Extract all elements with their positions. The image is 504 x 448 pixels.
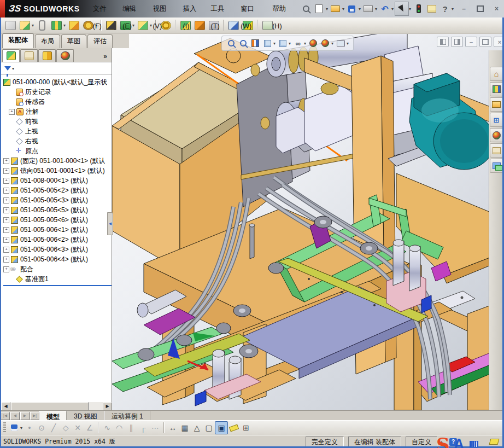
open-button[interactable] — [329, 2, 342, 15]
menu-help[interactable]: 帮助(H) — [267, 0, 297, 18]
tree-item[interactable]: 镜向051-001-0001<1> (默认) — [3, 166, 112, 176]
tab-model[interactable]: 模型 — [39, 411, 67, 420]
expand-icon[interactable] — [3, 178, 9, 184]
tab-nav-first-button[interactable]: |◀ — [1, 412, 10, 420]
sketch-angle-button[interactable]: ∠ — [84, 422, 96, 434]
tree-item[interactable]: 051-005-006<1> (默认) — [3, 225, 112, 235]
tree-item[interactable]: 051-005-005<2> (默认) — [3, 185, 112, 195]
tree-root-item[interactable]: 051-000-000 (默认<默认_显示状 — [3, 77, 112, 87]
search-icon[interactable] — [300, 2, 313, 15]
tree-item[interactable]: 原点 — [3, 146, 112, 156]
expand-icon[interactable] — [9, 109, 15, 115]
tree-item[interactable]: 注解 — [3, 107, 112, 117]
status-help-icon[interactable]: ? — [449, 438, 457, 446]
tree-item[interactable]: 051-005-006<3> (默认) — [3, 245, 112, 254]
dropdown-caret[interactable]: ▾ — [304, 41, 306, 46]
resources-home-icon[interactable]: ⌂ — [490, 67, 503, 81]
grid-snap-button[interactable]: ▦ — [179, 422, 191, 434]
sketch-pattern-button[interactable]: ⋯ — [149, 422, 161, 434]
print-button[interactable] — [362, 2, 375, 15]
edit-appearance-icon[interactable] — [307, 38, 319, 49]
dropdown-caret[interactable]: ▾ — [409, 7, 411, 11]
tab-layout[interactable]: 布局 — [35, 34, 60, 48]
status-caret-icon[interactable]: ▴ — [441, 439, 443, 444]
display-style-icon[interactable] — [277, 38, 289, 49]
tree-item[interactable]: 051-005-006<2> (默认) — [3, 235, 112, 245]
parallel-button[interactable]: ∥ — [125, 422, 137, 434]
wireframe-style-button[interactable]: ▢ — [203, 422, 215, 434]
displaymanager-tab[interactable] — [56, 49, 74, 62]
expand-icon[interactable] — [3, 227, 9, 233]
smart-fasteners-icon[interactable] — [104, 19, 118, 32]
panel-collapse-handle[interactable]: ◀ — [107, 212, 113, 235]
rebuild-traffic-light-button[interactable] — [412, 2, 425, 15]
arc-button[interactable]: ◠ — [113, 422, 125, 434]
hide-show-items-icon[interactable]: ∞ — [292, 38, 304, 49]
panel-overflow-button[interactable]: » — [100, 53, 110, 60]
tab-3d-views[interactable]: 3D 视图 — [67, 411, 104, 420]
dropdown-caret[interactable]: ▾ — [273, 41, 276, 46]
dropdown-caret[interactable]: ▾ — [342, 7, 344, 11]
restore-button[interactable] — [473, 3, 488, 15]
tree-item[interactable]: 前视 — [3, 117, 112, 126]
tree-item[interactable]: 051-005-005<6> (默认) — [3, 215, 112, 225]
tab-motion-study[interactable]: 运动算例 1 — [104, 411, 150, 420]
dropdown-caret[interactable]: ▾ — [331, 41, 333, 46]
linear-component-pattern-icon[interactable] — [67, 19, 80, 32]
tree-item[interactable]: 051-005-005<5> (默认) — [3, 205, 112, 215]
expand-icon[interactable] — [3, 158, 9, 164]
motion-save-button[interactable] — [8, 422, 20, 434]
smart-dimension-button[interactable]: ↔ — [167, 422, 179, 434]
view-settings-icon[interactable] — [335, 38, 347, 49]
doc-restore-button[interactable] — [479, 37, 491, 47]
tree-item[interactable]: 传感器 — [3, 97, 112, 107]
section-arrow-icon[interactable] — [227, 19, 240, 32]
tree-item[interactable]: 历史记录 — [3, 87, 112, 97]
tree-item[interactable]: 配合 — [3, 264, 112, 274]
insert-component-icon[interactable] — [4, 19, 17, 32]
tab-nav-next-button[interactable]: ▶ — [20, 412, 30, 420]
menu-tools[interactable]: 工具(T) — [206, 0, 236, 18]
expand-icon[interactable] — [3, 247, 9, 253]
exploded-view-icon[interactable] — [136, 19, 149, 32]
tab-nav-last-button[interactable]: ▶| — [30, 412, 39, 420]
dropdown-caret[interactable]: ▾ — [375, 7, 377, 11]
sketch-point-button[interactable]: • — [24, 422, 36, 434]
tree-item[interactable]: 基准面1 — [3, 274, 112, 284]
zoom-area-icon[interactable] — [237, 38, 249, 49]
measure-button[interactable] — [228, 422, 240, 434]
design-table-button[interactable]: ⊞ — [240, 422, 252, 434]
sketch-line-button[interactable]: ╱ — [48, 422, 60, 434]
dropdown-caret[interactable]: ▾ — [12, 66, 14, 71]
spline-button[interactable]: ∿ — [101, 422, 113, 434]
tree-item[interactable]: 右视 — [3, 136, 112, 146]
undo-button[interactable]: ↶ — [378, 2, 391, 15]
dropdown-caret[interactable]: ▾ — [347, 41, 349, 46]
expand-icon[interactable] — [3, 237, 9, 243]
sketch-circle-button[interactable]: ⊙ — [36, 422, 48, 434]
menu-window[interactable]: 窗口(W) — [235, 0, 267, 18]
dropdown-caret[interactable]: ▾ — [289, 41, 291, 46]
tab-nav-prev-button[interactable]: ◀ — [10, 412, 20, 420]
dropdown-caret[interactable]: ▾ — [452, 7, 454, 11]
custom-properties-icon[interactable] — [490, 143, 503, 158]
appearances-icon[interactable] — [490, 128, 503, 142]
sketch-polygon-button[interactable]: ◇ — [60, 422, 72, 434]
propertymanager-tab[interactable] — [20, 49, 38, 62]
select-cursor-button[interactable] — [395, 2, 409, 16]
shaded-style-button[interactable]: ▣ — [215, 421, 228, 434]
forum-icon[interactable] — [490, 159, 503, 173]
custom-field[interactable]: 自定义 — [406, 437, 437, 447]
dropdown-caret[interactable]: ▾ — [20, 426, 22, 430]
filter-funnel-icon[interactable] — [4, 66, 11, 71]
expand-icon[interactable] — [3, 266, 9, 272]
mate-icon[interactable] — [50, 19, 63, 32]
options-note-button[interactable] — [425, 2, 438, 15]
triangle-tool-button[interactable]: △ — [191, 422, 203, 434]
expand-icon[interactable] — [3, 207, 9, 213]
tab-assembly[interactable]: 装配体 — [2, 33, 34, 48]
help-button[interactable]: ? — [438, 2, 452, 15]
view-orientation-icon[interactable] — [261, 38, 273, 49]
dropdown-caret[interactable]: ▾ — [359, 7, 361, 11]
apply-scene-icon[interactable] — [319, 38, 331, 49]
